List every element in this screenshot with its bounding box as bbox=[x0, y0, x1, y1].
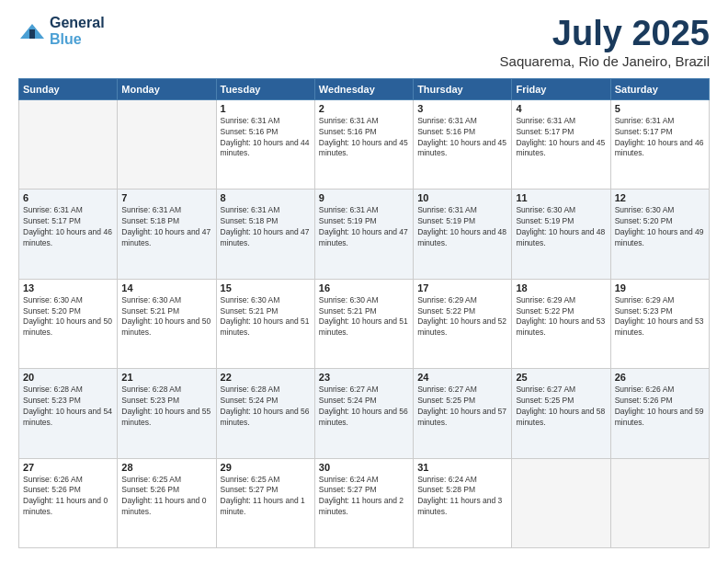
col-tuesday: Tuesday bbox=[216, 78, 314, 99]
day-number: 23 bbox=[319, 372, 409, 383]
day-number: 27 bbox=[23, 462, 113, 473]
day-info: Sunrise: 6:28 AMSunset: 5:23 PMDaylight:… bbox=[121, 385, 211, 429]
table-row bbox=[19, 99, 118, 189]
day-info: Sunrise: 6:31 AMSunset: 5:17 PMDaylight:… bbox=[615, 116, 705, 160]
day-number: 10 bbox=[417, 192, 507, 203]
logo: General Blue bbox=[18, 15, 105, 48]
day-number: 7 bbox=[121, 192, 211, 203]
table-row: 14Sunrise: 6:30 AMSunset: 5:21 PMDayligh… bbox=[118, 279, 216, 368]
day-number: 30 bbox=[319, 462, 409, 473]
day-info: Sunrise: 6:31 AMSunset: 5:16 PMDaylight:… bbox=[319, 116, 409, 160]
page: General Blue July 2025 Saquarema, Rio de… bbox=[0, 0, 728, 563]
day-number: 15 bbox=[221, 282, 311, 293]
day-info: Sunrise: 6:31 AMSunset: 5:18 PMDaylight:… bbox=[121, 205, 211, 249]
location: Saquarema, Rio de Janeiro, Brazil bbox=[500, 53, 710, 69]
day-info: Sunrise: 6:30 AMSunset: 5:20 PMDaylight:… bbox=[615, 205, 705, 249]
day-info: Sunrise: 6:28 AMSunset: 5:24 PMDaylight:… bbox=[221, 385, 311, 429]
day-number: 17 bbox=[417, 282, 507, 293]
day-info: Sunrise: 6:31 AMSunset: 5:17 PMDaylight:… bbox=[23, 205, 113, 249]
table-row bbox=[118, 99, 216, 189]
day-number: 28 bbox=[121, 462, 211, 473]
day-info: Sunrise: 6:27 AMSunset: 5:24 PMDaylight:… bbox=[319, 385, 409, 429]
col-wednesday: Wednesday bbox=[314, 78, 413, 99]
table-row bbox=[512, 458, 610, 547]
day-info: Sunrise: 6:24 AMSunset: 5:27 PMDaylight:… bbox=[319, 475, 409, 519]
day-info: Sunrise: 6:31 AMSunset: 5:17 PMDaylight:… bbox=[516, 116, 606, 160]
day-info: Sunrise: 6:31 AMSunset: 5:19 PMDaylight:… bbox=[319, 205, 409, 249]
table-row: 6Sunrise: 6:31 AMSunset: 5:17 PMDaylight… bbox=[19, 190, 118, 279]
day-number: 24 bbox=[417, 372, 507, 383]
day-info: Sunrise: 6:30 AMSunset: 5:21 PMDaylight:… bbox=[319, 295, 409, 339]
table-row: 23Sunrise: 6:27 AMSunset: 5:24 PMDayligh… bbox=[314, 369, 413, 458]
table-row: 19Sunrise: 6:29 AMSunset: 5:23 PMDayligh… bbox=[610, 279, 709, 368]
col-sunday: Sunday bbox=[19, 78, 118, 99]
day-number: 1 bbox=[221, 103, 311, 114]
table-row: 27Sunrise: 6:26 AMSunset: 5:26 PMDayligh… bbox=[19, 458, 118, 547]
day-info: Sunrise: 6:31 AMSunset: 5:19 PMDaylight:… bbox=[417, 205, 507, 249]
day-number: 25 bbox=[516, 372, 606, 383]
table-row: 16Sunrise: 6:30 AMSunset: 5:21 PMDayligh… bbox=[314, 279, 413, 368]
table-row: 26Sunrise: 6:26 AMSunset: 5:26 PMDayligh… bbox=[610, 369, 709, 458]
table-row: 1Sunrise: 6:31 AMSunset: 5:16 PMDaylight… bbox=[216, 99, 314, 189]
table-row: 9Sunrise: 6:31 AMSunset: 5:19 PMDaylight… bbox=[314, 190, 413, 279]
day-number: 20 bbox=[23, 372, 113, 383]
month-title: July 2025 bbox=[500, 15, 710, 53]
day-info: Sunrise: 6:27 AMSunset: 5:25 PMDaylight:… bbox=[417, 385, 507, 429]
day-number: 16 bbox=[319, 282, 409, 293]
table-row bbox=[610, 458, 709, 547]
day-info: Sunrise: 6:29 AMSunset: 5:22 PMDaylight:… bbox=[417, 295, 507, 339]
table-row: 18Sunrise: 6:29 AMSunset: 5:22 PMDayligh… bbox=[512, 279, 610, 368]
table-row: 21Sunrise: 6:28 AMSunset: 5:23 PMDayligh… bbox=[118, 369, 216, 458]
col-friday: Friday bbox=[512, 78, 610, 99]
table-row: 30Sunrise: 6:24 AMSunset: 5:27 PMDayligh… bbox=[314, 458, 413, 547]
day-info: Sunrise: 6:25 AMSunset: 5:26 PMDaylight:… bbox=[121, 475, 211, 519]
week-row: 13Sunrise: 6:30 AMSunset: 5:20 PMDayligh… bbox=[19, 279, 710, 368]
table-row: 20Sunrise: 6:28 AMSunset: 5:23 PMDayligh… bbox=[19, 369, 118, 458]
table-row: 15Sunrise: 6:30 AMSunset: 5:21 PMDayligh… bbox=[216, 279, 314, 368]
table-row: 4Sunrise: 6:31 AMSunset: 5:17 PMDaylight… bbox=[512, 99, 610, 189]
table-row: 17Sunrise: 6:29 AMSunset: 5:22 PMDayligh… bbox=[414, 279, 512, 368]
week-row: 1Sunrise: 6:31 AMSunset: 5:16 PMDaylight… bbox=[19, 99, 710, 189]
day-number: 19 bbox=[615, 282, 705, 293]
day-number: 5 bbox=[615, 103, 705, 114]
header: General Blue July 2025 Saquarema, Rio de… bbox=[18, 15, 710, 69]
table-row: 25Sunrise: 6:27 AMSunset: 5:25 PMDayligh… bbox=[512, 369, 610, 458]
header-row: Sunday Monday Tuesday Wednesday Thursday… bbox=[19, 78, 710, 99]
table-row: 3Sunrise: 6:31 AMSunset: 5:16 PMDaylight… bbox=[414, 99, 512, 189]
day-number: 21 bbox=[121, 372, 211, 383]
day-number: 3 bbox=[417, 103, 507, 114]
day-number: 13 bbox=[23, 282, 113, 293]
day-info: Sunrise: 6:28 AMSunset: 5:23 PMDaylight:… bbox=[23, 385, 113, 429]
calendar-table: Sunday Monday Tuesday Wednesday Thursday… bbox=[18, 78, 710, 548]
day-info: Sunrise: 6:25 AMSunset: 5:27 PMDaylight:… bbox=[221, 475, 311, 519]
table-row: 29Sunrise: 6:25 AMSunset: 5:27 PMDayligh… bbox=[216, 458, 314, 547]
week-row: 6Sunrise: 6:31 AMSunset: 5:17 PMDaylight… bbox=[19, 190, 710, 279]
col-monday: Monday bbox=[118, 78, 216, 99]
table-row: 31Sunrise: 6:24 AMSunset: 5:28 PMDayligh… bbox=[414, 458, 512, 547]
day-number: 12 bbox=[615, 192, 705, 203]
table-row: 13Sunrise: 6:30 AMSunset: 5:20 PMDayligh… bbox=[19, 279, 118, 368]
week-row: 27Sunrise: 6:26 AMSunset: 5:26 PMDayligh… bbox=[19, 458, 710, 547]
day-info: Sunrise: 6:31 AMSunset: 5:18 PMDaylight:… bbox=[221, 205, 311, 249]
table-row: 12Sunrise: 6:30 AMSunset: 5:20 PMDayligh… bbox=[610, 190, 709, 279]
table-row: 2Sunrise: 6:31 AMSunset: 5:16 PMDaylight… bbox=[314, 99, 413, 189]
col-thursday: Thursday bbox=[414, 78, 512, 99]
day-info: Sunrise: 6:31 AMSunset: 5:16 PMDaylight:… bbox=[417, 116, 507, 160]
day-number: 22 bbox=[221, 372, 311, 383]
day-info: Sunrise: 6:30 AMSunset: 5:20 PMDaylight:… bbox=[23, 295, 113, 339]
table-row: 8Sunrise: 6:31 AMSunset: 5:18 PMDaylight… bbox=[216, 190, 314, 279]
table-row: 24Sunrise: 6:27 AMSunset: 5:25 PMDayligh… bbox=[414, 369, 512, 458]
day-number: 8 bbox=[221, 192, 311, 203]
logo-icon bbox=[18, 22, 46, 40]
day-info: Sunrise: 6:26 AMSunset: 5:26 PMDaylight:… bbox=[23, 475, 113, 519]
table-row: 5Sunrise: 6:31 AMSunset: 5:17 PMDaylight… bbox=[610, 99, 709, 189]
day-number: 4 bbox=[516, 103, 606, 114]
day-number: 31 bbox=[417, 462, 507, 473]
day-number: 6 bbox=[23, 192, 113, 203]
table-row: 22Sunrise: 6:28 AMSunset: 5:24 PMDayligh… bbox=[216, 369, 314, 458]
day-info: Sunrise: 6:29 AMSunset: 5:23 PMDaylight:… bbox=[615, 295, 705, 339]
day-info: Sunrise: 6:30 AMSunset: 5:19 PMDaylight:… bbox=[516, 205, 606, 249]
table-row: 28Sunrise: 6:25 AMSunset: 5:26 PMDayligh… bbox=[118, 458, 216, 547]
table-row: 11Sunrise: 6:30 AMSunset: 5:19 PMDayligh… bbox=[512, 190, 610, 279]
day-info: Sunrise: 6:24 AMSunset: 5:28 PMDaylight:… bbox=[417, 475, 507, 519]
